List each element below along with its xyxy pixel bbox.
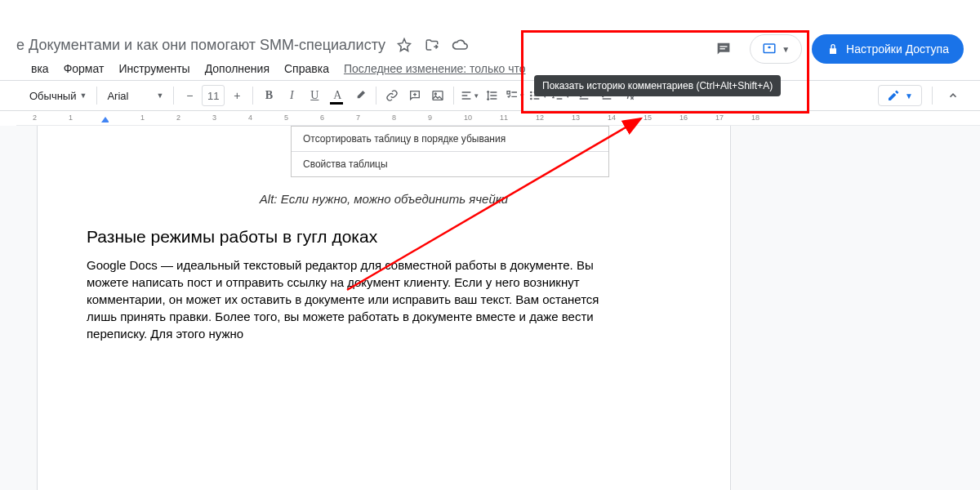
menu-item-format[interactable]: Формат (57, 59, 111, 78)
menu-item-edit[interactable]: вка (24, 59, 56, 78)
toolbar: Обычный ▼ Arial ▼ − 11 + B I U A ▼ ▼ ▼ 1… (0, 80, 980, 111)
line-spacing-button[interactable] (482, 85, 503, 106)
insert-image-button[interactable] (427, 85, 448, 106)
ruler-tick: 8 (392, 114, 396, 122)
ruler-tick: 1 (140, 114, 145, 122)
svg-rect-0 (720, 46, 728, 47)
underline-button[interactable]: U (304, 85, 325, 106)
ruler-tick: 13 (572, 114, 580, 122)
collapse-toolbar-button[interactable] (942, 85, 964, 106)
chevron-down-icon: ▼ (782, 45, 790, 54)
separator (932, 87, 933, 105)
ruler-tick: 17 (715, 114, 724, 122)
share-button-label: Настройки Доступа (846, 42, 949, 56)
highlight-color-button[interactable] (350, 85, 371, 106)
menu-row[interactable]: Свойства таблицы (292, 152, 608, 176)
bold-button[interactable]: B (258, 85, 279, 106)
paragraph-style-select[interactable]: Обычный ▼ (24, 85, 91, 106)
separator (376, 87, 376, 105)
align-button[interactable]: ▼ (459, 85, 480, 106)
svg-point-7 (531, 95, 532, 96)
checklist-button[interactable]: ▼ (505, 85, 526, 106)
tooltip: Показать историю комментариев (Ctrl+Alt+… (534, 75, 781, 96)
ruler-tick: 7 (356, 114, 360, 122)
separator (252, 87, 253, 105)
text-color-button[interactable]: A (327, 85, 348, 106)
svg-point-8 (531, 98, 532, 99)
separator (453, 87, 454, 105)
menu-item-tools[interactable]: Инструменты (112, 59, 196, 78)
ruler-tick: 6 (320, 114, 324, 122)
svg-rect-1 (720, 48, 725, 49)
document-title[interactable]: е Документами и как они помогают SMM-спе… (16, 37, 385, 54)
menu-item-help[interactable]: Справка (278, 59, 336, 78)
menu-item-addons[interactable]: Дополнения (198, 59, 276, 78)
ruler-tick: 1 (69, 114, 73, 122)
ruler-tick: 2 (33, 114, 37, 122)
document-body-text[interactable]: Google Docs — идеальный текстовый редакт… (87, 256, 609, 342)
context-menu-fragment: Отсортировать таблицу в порядке убывания… (291, 126, 609, 177)
menubar: вка Формат Инструменты Дополнения Справк… (0, 57, 980, 80)
font-size-minus[interactable]: − (179, 85, 200, 106)
cloud-saved-icon[interactable] (451, 36, 469, 54)
chevron-down-icon: ▼ (905, 91, 913, 100)
last-modified[interactable]: Последнее изменение: только что (344, 62, 526, 75)
add-comment-button[interactable] (404, 85, 425, 106)
editing-mode-button[interactable]: ▼ (878, 85, 922, 106)
insert-link-button[interactable] (381, 85, 403, 106)
image-alt-caption: Alt: Если нужно, можно объединить ячейки (87, 192, 681, 206)
menu-row[interactable]: Отсортировать таблицу в порядке убывания (292, 127, 608, 152)
page[interactable]: Отсортировать таблицу в порядке убывания… (37, 126, 731, 490)
ruler-tick: 14 (608, 114, 616, 122)
ruler-tick: 10 (464, 114, 472, 122)
ruler[interactable]: 21123456789101112131415161718 (0, 111, 980, 126)
separator (173, 87, 174, 105)
document-heading[interactable]: Разные режимы работы в гугл доках (87, 227, 681, 247)
document-canvas: Отсортировать таблицу в порядке убывания… (0, 126, 980, 490)
ruler-tick: 2 (176, 114, 180, 122)
svg-point-4 (435, 93, 437, 95)
ruler-tick: 16 (679, 114, 688, 122)
ruler-tick: 15 (644, 114, 652, 122)
star-icon[interactable] (395, 36, 413, 54)
font-size-plus[interactable]: + (226, 85, 247, 106)
svg-point-6 (531, 91, 532, 92)
ruler-tick: 3 (212, 114, 216, 122)
font-select[interactable]: Arial ▼ (102, 85, 168, 106)
ruler-tick: 9 (428, 114, 432, 122)
ruler-tick: 5 (284, 114, 288, 122)
ruler-tick: 12 (536, 114, 544, 122)
ruler-tick: 18 (751, 114, 760, 122)
svg-rect-5 (507, 91, 510, 94)
separator (96, 87, 97, 105)
font-size-input[interactable]: 11 (202, 85, 225, 106)
ruler-tick: 11 (500, 114, 508, 122)
ruler-tick: 4 (248, 114, 252, 122)
italic-button[interactable]: I (281, 85, 302, 106)
move-to-folder-icon[interactable] (423, 36, 441, 54)
